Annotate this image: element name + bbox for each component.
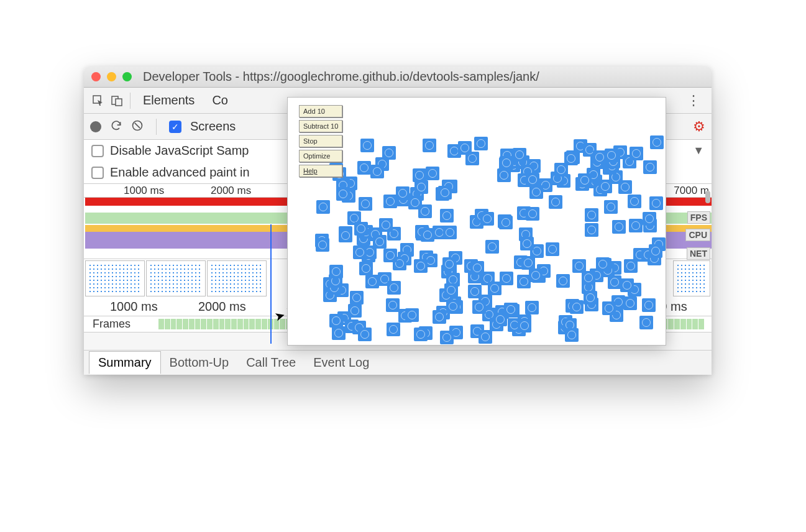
demo-btn-stop: Stop [299, 135, 342, 147]
screenshot-thumb[interactable] [207, 260, 267, 296]
screenshot-thumb[interactable] [85, 260, 145, 296]
window-controls [91, 72, 132, 81]
checkbox-icon[interactable] [91, 145, 104, 157]
demo-btn-subtract: Subtract 10 [299, 120, 342, 132]
lane-label-fps: FPS [687, 211, 710, 224]
scrollbar-thumb[interactable] [705, 191, 710, 203]
clear-button[interactable] [131, 119, 144, 134]
tab-bottom-up[interactable]: Bottom-Up [161, 352, 238, 374]
frames-label: Frames [93, 318, 131, 331]
demo-btn-add: Add 10 [299, 105, 342, 117]
tab-event-log[interactable]: Event Log [305, 352, 378, 374]
device-toggle-icon[interactable] [108, 91, 126, 110]
settings-gear-icon[interactable]: ⚙ [693, 119, 705, 135]
tab-console-truncated[interactable]: Co [203, 93, 237, 108]
lane-label-net: NET [687, 247, 710, 260]
tab-call-tree[interactable]: Call Tree [237, 352, 305, 374]
tab-summary[interactable]: Summary [89, 351, 161, 374]
demo-buttons: Add 10 Subtract 10 Stop Optimize Help [299, 105, 342, 177]
close-icon[interactable] [91, 72, 101, 81]
jank-demo-squares [288, 98, 666, 345]
demo-btn-optimize: Optimize [299, 150, 342, 162]
reload-button[interactable] [110, 119, 122, 134]
lane-label-cpu: CPU [685, 229, 710, 241]
tab-elements[interactable]: Elements [134, 93, 203, 108]
checkbox-icon[interactable] [91, 167, 104, 179]
demo-btn-help: Help [299, 165, 342, 177]
screenshot-thumb[interactable] [673, 260, 710, 296]
collapse-icon[interactable]: ▼ [693, 144, 704, 157]
screenshot-preview-popover: Add 10 Subtract 10 Stop Optimize Help [287, 97, 666, 346]
window-title: Developer Tools - https://googlechrome.g… [143, 70, 539, 84]
screenshots-label: Screens [190, 119, 236, 134]
option-label: Disable JavaScript Samp [110, 144, 249, 158]
screenshots-checkbox[interactable]: ✓ [169, 121, 181, 133]
more-icon[interactable]: ⋮ [680, 93, 707, 109]
minimize-icon[interactable] [107, 72, 116, 81]
svg-rect-2 [116, 99, 122, 106]
inspect-icon[interactable] [89, 91, 108, 110]
record-button[interactable] [90, 121, 101, 132]
details-tabs: Summary Bottom-Up Call Tree Event Log [84, 350, 712, 375]
maximize-icon[interactable] [122, 72, 132, 81]
playhead-marker[interactable] [270, 224, 272, 344]
titlebar: Developer Tools - https://googlechrome.g… [84, 66, 712, 88]
devtools-window: Developer Tools - https://googlechrome.g… [84, 66, 712, 375]
option-label: Enable advanced paint in [110, 165, 250, 180]
screenshot-thumb[interactable] [146, 260, 206, 296]
